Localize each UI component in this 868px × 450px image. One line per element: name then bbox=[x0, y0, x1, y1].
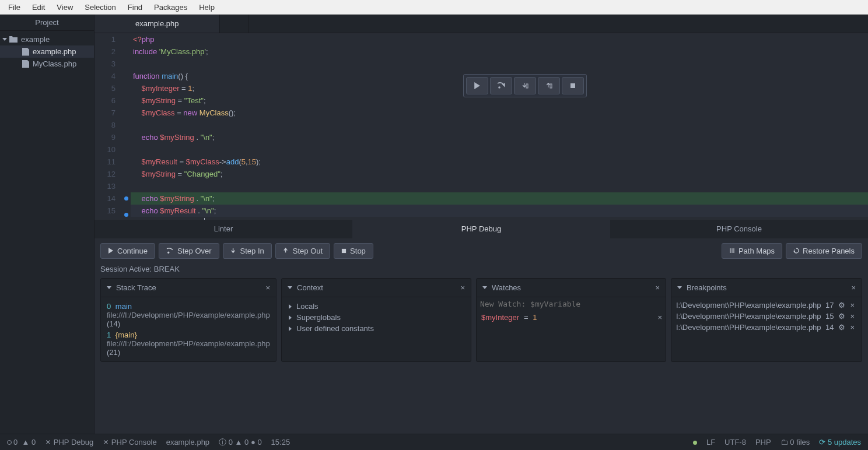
continue-button[interactable]: Continue bbox=[100, 243, 155, 259]
gear-icon[interactable]: ⚙ bbox=[838, 323, 845, 332]
file-label: example.php bbox=[33, 47, 76, 56]
watches-panel: Watches× $myInteger = 1× bbox=[476, 278, 666, 362]
project-header: Project bbox=[0, 15, 94, 31]
file-label: MyClass.php bbox=[33, 59, 76, 68]
step-over-label: Step Over bbox=[177, 247, 212, 255]
path-maps-label: Path Maps bbox=[738, 247, 775, 255]
stack-frame[interactable]: 0 main file:///I:/Development/PHP/exampl… bbox=[107, 301, 270, 329]
watch-item[interactable]: $myInteger = 1× bbox=[477, 311, 666, 324]
context-group[interactable]: Superglobals bbox=[288, 312, 465, 323]
menu-selection[interactable]: Selection bbox=[79, 1, 121, 13]
status-php-console[interactable]: ⨯ PHP Console bbox=[103, 438, 156, 447]
folder-icon bbox=[9, 36, 18, 43]
tab-php-console[interactable]: PHP Console bbox=[610, 220, 868, 238]
svg-point-0 bbox=[498, 86, 501, 89]
breakpoints-panel: Breakpoints× I:\Development\PHP\example\… bbox=[671, 278, 862, 362]
close-icon[interactable]: × bbox=[850, 312, 855, 321]
step-out-button[interactable]: Step Out bbox=[275, 243, 330, 259]
close-icon[interactable]: × bbox=[265, 283, 270, 292]
menu-packages[interactable]: Packages bbox=[148, 1, 193, 13]
editor-tab-example[interactable]: example.php bbox=[94, 15, 220, 33]
context-group[interactable]: User defined constants bbox=[288, 323, 465, 334]
editor-area: example.php 1234567891011121314151617181… bbox=[94, 15, 868, 434]
editor-tab-empty[interactable] bbox=[220, 15, 249, 33]
tree-folder-example[interactable]: example bbox=[0, 33, 94, 45]
menubar: FileEditViewSelectionFindPackagesHelp bbox=[0, 0, 868, 15]
svg-rect-1 bbox=[526, 84, 528, 88]
breakpoint-dot[interactable] bbox=[124, 213, 128, 217]
breakpoint-dot[interactable] bbox=[124, 196, 128, 201]
step-in-label: Step In bbox=[240, 247, 264, 255]
menu-edit[interactable]: Edit bbox=[26, 1, 51, 13]
status-updates[interactable]: ⟳ 5 updates bbox=[819, 438, 861, 447]
tree-file-myclass[interactable]: MyClass.php bbox=[0, 58, 94, 70]
status-issues[interactable]: 0 ▲ 0 bbox=[7, 438, 36, 447]
svg-point-4 bbox=[167, 251, 169, 253]
watches-title: Watches bbox=[492, 283, 521, 292]
step-in-button[interactable]: Step In bbox=[223, 243, 272, 259]
status-cursor[interactable]: 15:25 bbox=[271, 438, 290, 447]
continue-label: Continue bbox=[117, 247, 148, 255]
chevron-down-icon bbox=[2, 38, 7, 41]
tab-linter[interactable]: Linter bbox=[94, 220, 352, 238]
code-editor[interactable]: 12345678910111213141516171819 <?phpinclu… bbox=[94, 33, 868, 220]
folder-label: example bbox=[21, 35, 50, 44]
close-icon[interactable]: × bbox=[851, 283, 856, 292]
stop-button[interactable]: Stop bbox=[334, 243, 373, 259]
context-panel: Context× LocalsSuperglobalsUser defined … bbox=[281, 278, 471, 362]
close-icon[interactable]: × bbox=[850, 301, 855, 310]
file-icon bbox=[22, 48, 29, 56]
tab-php-debug[interactable]: PHP Debug bbox=[352, 220, 610, 238]
breakpoint-item[interactable]: I:\Development\PHP\example\example.php17… bbox=[675, 300, 858, 311]
status-php-debug[interactable]: ⨯ PHP Debug bbox=[45, 438, 93, 447]
breakpoint-item[interactable]: I:\Development\PHP\example\example.php15… bbox=[675, 311, 858, 322]
svg-rect-5 bbox=[342, 248, 346, 252]
status-diagnostics[interactable]: ⓘ 0 ▲ 0 ● 0 bbox=[219, 437, 262, 448]
path-maps-button[interactable]: Path Maps bbox=[722, 243, 782, 259]
restore-panels-button[interactable]: Restore Panels bbox=[786, 243, 862, 259]
status-bar: 0 ▲ 0 ⨯ PHP Debug ⨯ PHP Console example.… bbox=[0, 434, 868, 450]
close-icon[interactable]: × bbox=[655, 283, 660, 292]
step-out-label: Step Out bbox=[293, 247, 323, 255]
remove-watch-icon[interactable]: × bbox=[657, 313, 662, 322]
stack-trace-panel: Stack Trace× 0 main file:///I:/Developme… bbox=[100, 278, 276, 362]
project-sidebar: Project example example.php MyClass.php bbox=[0, 15, 94, 434]
context-group[interactable]: Locals bbox=[288, 301, 465, 312]
gear-icon[interactable]: ⚙ bbox=[838, 301, 845, 310]
status-language[interactable]: PHP bbox=[755, 438, 771, 447]
stack-frame[interactable]: 1 {main} file:///I:/Development/PHP/exam… bbox=[107, 329, 270, 358]
debug-panel: Continue Step Over Step In Step Out Stop… bbox=[94, 238, 868, 434]
new-watch-input[interactable] bbox=[477, 297, 666, 311]
svg-rect-2 bbox=[550, 84, 552, 88]
menu-file[interactable]: File bbox=[2, 1, 26, 13]
status-git-indicator[interactable] bbox=[693, 438, 697, 447]
stack-trace-title: Stack Trace bbox=[116, 283, 156, 292]
float-stop-button[interactable] bbox=[562, 77, 584, 94]
float-continue-button[interactable] bbox=[466, 77, 488, 94]
status-eol[interactable]: LF bbox=[706, 438, 715, 447]
menu-find[interactable]: Find bbox=[122, 1, 148, 13]
session-status: Session Active: BREAK bbox=[100, 265, 862, 273]
status-filename[interactable]: example.php bbox=[166, 438, 209, 447]
menu-view[interactable]: View bbox=[51, 1, 79, 13]
gear-icon[interactable]: ⚙ bbox=[838, 312, 845, 321]
bottom-panel-tabs: Linter PHP Debug PHP Console bbox=[94, 220, 868, 238]
close-icon[interactable]: × bbox=[460, 283, 465, 292]
float-step-over-button[interactable] bbox=[490, 77, 512, 94]
float-step-in-button[interactable] bbox=[514, 77, 536, 94]
chevron-down-icon bbox=[677, 286, 682, 289]
menu-help[interactable]: Help bbox=[193, 1, 220, 13]
float-step-out-button[interactable] bbox=[538, 77, 560, 94]
tree-file-example[interactable]: example.php bbox=[0, 45, 94, 58]
chevron-down-icon bbox=[288, 286, 292, 289]
breakpoint-item[interactable]: I:\Development\PHP\example\example.php14… bbox=[675, 322, 858, 333]
svg-rect-3 bbox=[570, 83, 575, 88]
context-title: Context bbox=[297, 283, 323, 292]
debug-floating-toolbar bbox=[463, 74, 587, 97]
close-icon[interactable]: × bbox=[850, 323, 855, 332]
chevron-down-icon bbox=[107, 286, 111, 289]
step-over-button[interactable]: Step Over bbox=[159, 243, 219, 259]
status-encoding[interactable]: UTF-8 bbox=[724, 438, 746, 447]
chevron-down-icon bbox=[482, 286, 487, 289]
status-files[interactable]: 🗀 0 files bbox=[780, 438, 810, 447]
